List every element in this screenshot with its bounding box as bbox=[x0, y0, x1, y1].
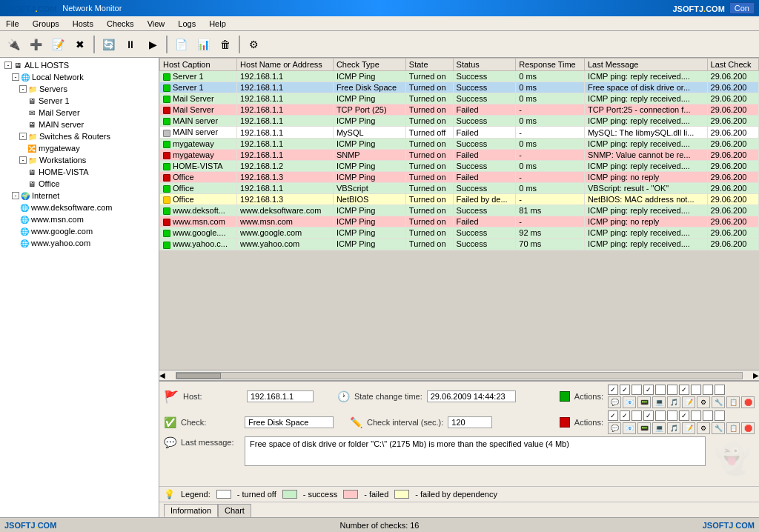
tree-item-main-server[interactable]: 🖥 MAIN server bbox=[1, 119, 157, 130]
tree-item-google[interactable]: 🌐 www.google.com bbox=[1, 225, 157, 237]
tree-item-mail-server[interactable]: ✉ Mail Server bbox=[1, 107, 157, 119]
cb-6[interactable] bbox=[667, 385, 677, 395]
tree-item-mygateway[interactable]: 🔀 mygateway bbox=[1, 142, 157, 154]
tb-add[interactable]: ➕ bbox=[25, 34, 46, 55]
action-btn-14[interactable]: 💻 bbox=[652, 422, 666, 434]
h-scrollbar[interactable]: ◀ ▶ bbox=[159, 370, 759, 380]
tab-chart[interactable]: Chart bbox=[218, 504, 251, 517]
tree-item-workstations[interactable]: - 📁 Workstations bbox=[1, 154, 157, 166]
action-btn-3[interactable]: 📟 bbox=[637, 396, 651, 408]
action-btn-8[interactable]: 🔧 bbox=[712, 396, 725, 408]
table-row[interactable]: www.deksoft... www.deksoftware.com ICMP … bbox=[160, 205, 759, 216]
tree-item-switches[interactable]: - 📁 Switches & Routers bbox=[1, 130, 157, 142]
tree-item-msn[interactable]: 🌐 www.msn.com bbox=[1, 213, 157, 225]
cb-12[interactable] bbox=[620, 410, 630, 421]
cb-8[interactable] bbox=[691, 385, 701, 395]
cb-7[interactable] bbox=[679, 385, 689, 395]
tree-item-local-network[interactable]: - 🌐 Local Network bbox=[1, 71, 157, 83]
cb-13[interactable] bbox=[632, 410, 642, 421]
cb-15[interactable] bbox=[655, 410, 666, 421]
expand-local-net[interactable]: - bbox=[12, 73, 19, 81]
col-message[interactable]: Last Message bbox=[584, 59, 707, 71]
tb-pause[interactable]: ⏸ bbox=[120, 34, 141, 55]
cb-14[interactable] bbox=[643, 410, 654, 421]
cb-5[interactable] bbox=[655, 385, 666, 395]
table-row[interactable]: mygateway 192.168.1.1 ICMP Ping Turned o… bbox=[160, 138, 759, 149]
action-btn-6[interactable]: 📝 bbox=[682, 396, 695, 408]
tree-item-office[interactable]: 🖥 Office bbox=[1, 178, 157, 190]
action-btn-16[interactable]: 📝 bbox=[682, 422, 695, 434]
table-row[interactable]: mygateway 192.168.1.1 SNMP Turned on Fai… bbox=[160, 149, 759, 160]
cb-16[interactable] bbox=[667, 410, 677, 421]
col-check[interactable]: Check Type bbox=[333, 59, 405, 71]
tb-connect[interactable]: 🔌 bbox=[3, 34, 24, 55]
scroll-right-btn[interactable]: ▶ bbox=[753, 371, 759, 379]
action-btn-5[interactable]: 🎵 bbox=[667, 396, 680, 408]
tree-item-all-hosts[interactable]: - 🖥 ALL HOSTS bbox=[1, 59, 157, 71]
table-row[interactable]: www.msn.com www.msn.com ICMP Ping Turned… bbox=[160, 216, 759, 227]
tree-item-home-vista[interactable]: 🖥 HOME-VISTA bbox=[1, 166, 157, 178]
tree-item-internet[interactable]: - 🌍 Internet bbox=[1, 190, 157, 202]
menu-help[interactable]: Help bbox=[206, 19, 229, 29]
expand-internet[interactable]: - bbox=[12, 192, 19, 199]
cb-1[interactable] bbox=[608, 385, 618, 395]
cb-20[interactable] bbox=[715, 410, 725, 421]
tb-settings[interactable]: ⚙ bbox=[243, 34, 264, 55]
tb-chart[interactable]: 📊 bbox=[193, 34, 213, 55]
table-row[interactable]: Server 1 192.168.1.1 ICMP Ping Turned on… bbox=[160, 71, 759, 82]
tb-play[interactable]: ▶ bbox=[142, 34, 163, 55]
tb-refresh[interactable]: 🔄 bbox=[98, 34, 119, 55]
action-btn-7[interactable]: ⚙ bbox=[697, 396, 710, 408]
action-btn-13[interactable]: 📟 bbox=[637, 422, 651, 434]
scroll-thumb[interactable] bbox=[176, 373, 221, 379]
table-row[interactable]: www.yahoo.c... www.yahoo.com ICMP Ping T… bbox=[160, 239, 759, 250]
cb-9[interactable] bbox=[703, 385, 713, 395]
table-row[interactable]: MAIN server 192.168.1.1 MySQL Turned off… bbox=[160, 127, 759, 138]
table-row[interactable]: MAIN server 192.168.1.1 ICMP Ping Turned… bbox=[160, 116, 759, 127]
expand-all-hosts[interactable]: - bbox=[4, 61, 12, 69]
cb-19[interactable] bbox=[703, 410, 713, 421]
action-btn-18[interactable]: 🔧 bbox=[712, 422, 725, 434]
menu-logs[interactable]: Logs bbox=[175, 19, 199, 29]
action-btn-17[interactable]: ⚙ bbox=[697, 422, 710, 434]
expand-workstations[interactable]: - bbox=[19, 156, 27, 164]
action-btn-20[interactable]: 🛑 bbox=[741, 422, 755, 434]
action-btn-12[interactable]: 📧 bbox=[623, 422, 636, 434]
col-caption[interactable]: Host Caption bbox=[160, 59, 237, 71]
action-btn-15[interactable]: 🎵 bbox=[667, 422, 680, 434]
tree-item-yahoo[interactable]: 🌐 www.yahoo.com bbox=[1, 237, 157, 249]
table-row[interactable]: Office 192.168.1.1 VBScript Turned on Su… bbox=[160, 182, 759, 193]
menu-hosts[interactable]: Hosts bbox=[70, 19, 96, 29]
table-row[interactable]: Office 192.168.1.3 NetBIOS Turned on Fai… bbox=[160, 194, 759, 205]
col-address[interactable]: Host Name or Address bbox=[237, 59, 334, 71]
action-btn-2[interactable]: 📧 bbox=[623, 396, 636, 408]
tree-item-server1[interactable]: 🖥 Server 1 bbox=[1, 95, 157, 107]
tb-report[interactable]: 📄 bbox=[170, 34, 191, 55]
tb-edit[interactable]: 📝 bbox=[47, 34, 68, 55]
tree-item-dek[interactable]: 🌐 www.deksoftware.com bbox=[1, 202, 157, 213]
table-row[interactable]: Server 1 192.168.1.1 Free Disk Space Tur… bbox=[160, 82, 759, 93]
expand-servers[interactable]: - bbox=[19, 85, 27, 93]
menu-checks[interactable]: Checks bbox=[104, 19, 137, 29]
cb-3[interactable] bbox=[632, 385, 642, 395]
action-btn-9[interactable]: 📋 bbox=[726, 396, 740, 408]
tab-information[interactable]: Information bbox=[164, 504, 218, 517]
col-response[interactable]: Response Time bbox=[516, 59, 585, 71]
cb-2[interactable] bbox=[620, 385, 630, 395]
expand-switches[interactable]: - bbox=[19, 133, 27, 140]
cb-10[interactable] bbox=[715, 385, 725, 395]
scroll-left-btn[interactable]: ◀ bbox=[159, 371, 165, 379]
table-row[interactable]: Office 192.168.1.3 ICMP Ping Turned on F… bbox=[160, 171, 759, 182]
cb-18[interactable] bbox=[691, 410, 701, 421]
col-state[interactable]: State bbox=[405, 59, 453, 71]
menu-file[interactable]: File bbox=[3, 19, 22, 29]
col-status[interactable]: Status bbox=[453, 59, 516, 71]
action-btn-10[interactable]: 🛑 bbox=[741, 396, 755, 408]
cb-4[interactable] bbox=[643, 385, 654, 395]
tb-delete[interactable]: ✖ bbox=[70, 34, 90, 55]
col-lastcheck[interactable]: Last Check bbox=[707, 59, 758, 71]
action-btn-11[interactable]: 💬 bbox=[608, 422, 621, 434]
tree-item-servers[interactable]: - 📁 Servers bbox=[1, 83, 157, 95]
menu-groups[interactable]: Groups bbox=[30, 19, 62, 29]
action-btn-1[interactable]: 💬 bbox=[608, 396, 621, 408]
